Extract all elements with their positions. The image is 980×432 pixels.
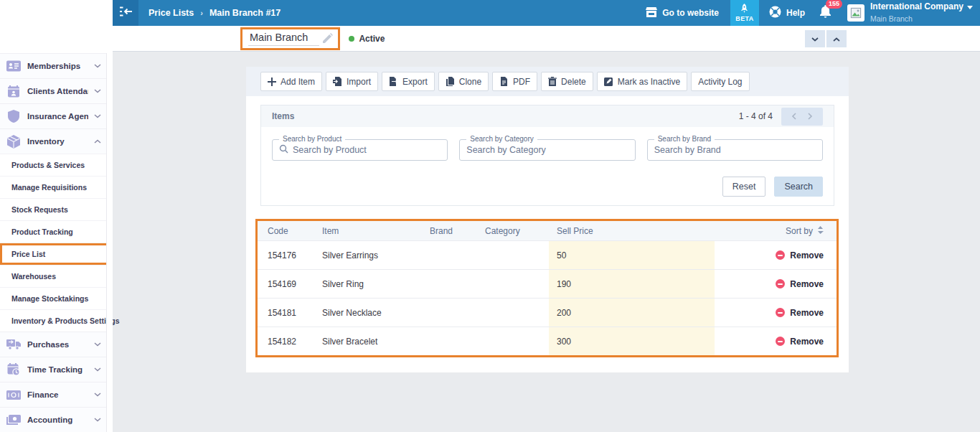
- sidebar-subitem-price-list[interactable]: Price List: [0, 243, 113, 265]
- sidebar-subitem-stock-requests[interactable]: Stock Requests: [0, 198, 113, 220]
- help-button[interactable]: Help: [769, 6, 805, 20]
- sidebar-subitem-product-tracking[interactable]: Product Tracking: [0, 220, 113, 243]
- breadcrumb-section[interactable]: Price Lists: [149, 8, 194, 18]
- search-button[interactable]: Search: [774, 177, 823, 197]
- sidebar-item-label: Purchases: [27, 340, 88, 349]
- breadcrumb-separator: ›: [200, 9, 203, 17]
- sidebar-subitem-products-services[interactable]: Products & Services: [0, 154, 113, 176]
- page-title-field[interactable]: Main Branch: [248, 32, 319, 46]
- column-header-item[interactable]: Item: [322, 226, 430, 236]
- search-by-category-input[interactable]: [466, 145, 628, 155]
- toolbar-button-pdf[interactable]: PDF: [492, 72, 537, 91]
- sidebar-logo-area: [0, 0, 113, 53]
- toolbar-button-mark-as-inactive[interactable]: Mark as Inactive: [597, 72, 687, 91]
- sort-arrows-icon: [817, 226, 824, 236]
- chevron-down-icon: [94, 64, 101, 68]
- company-logo: [847, 4, 864, 22]
- notifications-button[interactable]: 155: [819, 5, 831, 21]
- toolbar-button-label: Activity Log: [698, 77, 742, 87]
- sidebar-item-insurance-agents[interactable]: Insurance Agents: [0, 103, 113, 128]
- page-header: Main Branch Active: [113, 26, 980, 52]
- cell-code: 154169: [258, 270, 322, 298]
- go-to-website-button[interactable]: Go to website: [646, 7, 719, 19]
- remove-button[interactable]: Remove: [776, 279, 824, 289]
- minus-circle-icon: [776, 337, 785, 346]
- sidebar-item-time-tracking[interactable]: Time Tracking: [0, 357, 113, 382]
- sidebar-item-accounting[interactable]: Accounting: [0, 407, 113, 432]
- toolbar-button-import[interactable]: Import: [326, 72, 378, 91]
- column-header-category[interactable]: Category: [485, 226, 549, 236]
- chevron-down-icon: [94, 114, 101, 118]
- topbar: Price Lists › Main Branch #17 Go to webs…: [113, 0, 980, 26]
- insurance-agents-icon: [6, 110, 22, 123]
- sidebar-item-clients-attendance[interactable]: Clients Attendance: [0, 78, 113, 103]
- cell-brand: [430, 299, 485, 327]
- toolbar-button-delete[interactable]: Delete: [541, 72, 593, 91]
- table-header-row: Code Item Brand Category Sell Price Sort…: [258, 221, 837, 240]
- sidebar-item-label: Memberships: [27, 62, 88, 70]
- toolbar-button-activity-log[interactable]: Activity Log: [691, 72, 749, 91]
- sidebar-subitem-label: Stock Requests: [11, 205, 68, 214]
- sort-by-label: Sort by: [786, 226, 813, 236]
- sidebar-item-finance[interactable]: Finance: [0, 382, 113, 407]
- sidebar-subitem-manage-requisitions[interactable]: Manage Requisitions: [0, 176, 113, 198]
- table-row: 154181 Silver Necklace 200 Remove: [258, 298, 837, 327]
- items-table-annotation-box: Code Item Brand Category Sell Price Sort…: [255, 219, 839, 357]
- sidebar-subitem-label: Inventory & Products Settings: [11, 316, 120, 325]
- items-panel: Items 1 - 4 of 4 Search by Product: [260, 105, 834, 206]
- collapse-sidebar-button[interactable]: [113, 0, 138, 26]
- search-icon: [279, 144, 288, 156]
- company-menu[interactable]: International Company Main Branch: [847, 1, 973, 24]
- toolbar-button-clone[interactable]: Clone: [438, 72, 489, 91]
- sidebar-subitem-inventory-products-settings[interactable]: Inventory & Products Settings: [0, 309, 113, 332]
- reset-button[interactable]: Reset: [722, 177, 766, 197]
- expand-section-button[interactable]: [826, 30, 847, 47]
- sidebar-scrollbar[interactable]: [106, 53, 113, 432]
- remove-button[interactable]: Remove: [776, 250, 824, 260]
- cell-sell-price[interactable]: 200: [549, 299, 715, 327]
- cell-sell-price[interactable]: 300: [549, 327, 715, 355]
- collapse-sidebar-icon: [119, 6, 133, 19]
- search-area: Search by Product Search by Category Sea…: [261, 127, 834, 205]
- items-panel-title: Items: [272, 111, 294, 121]
- sidebar-subitem-warehouses[interactable]: Warehouses: [0, 265, 113, 287]
- sidebar-subitem-manage-stocktakings[interactable]: Manage Stocktakings: [0, 287, 113, 309]
- pagination-prev-button[interactable]: [790, 110, 798, 123]
- breadcrumb-page: Main Branch #17: [209, 8, 281, 18]
- help-label: Help: [786, 8, 805, 18]
- time-tracking-icon: [6, 363, 22, 376]
- sidebar-item-inventory[interactable]: Inventory: [0, 128, 113, 154]
- status-label: Active: [359, 34, 385, 44]
- cell-sell-price[interactable]: 50: [549, 241, 715, 269]
- column-header-sell-price[interactable]: Sell Price: [549, 226, 715, 236]
- accounting-icon: [6, 415, 22, 425]
- remove-label: Remove: [790, 337, 824, 347]
- column-header-code[interactable]: Code: [258, 226, 322, 236]
- pagination-controls: [781, 108, 823, 126]
- sidebar-subitem-label: Manage Stocktakings: [11, 294, 88, 303]
- toolbar-button-export[interactable]: Export: [382, 72, 435, 91]
- cell-item: Silver Bracelet: [322, 327, 430, 355]
- search-by-category-label: Search by Category: [466, 135, 537, 143]
- search-by-product-input[interactable]: [293, 145, 440, 155]
- sort-by-control[interactable]: Sort by: [786, 226, 824, 236]
- sidebar-item-purchases[interactable]: Purchases: [0, 332, 113, 357]
- finance-icon: [6, 390, 22, 400]
- beta-button[interactable]: BETA: [730, 0, 759, 26]
- edit-pencil-icon[interactable]: [322, 33, 333, 44]
- chevron-down-icon: [94, 367, 101, 372]
- remove-button[interactable]: Remove: [776, 337, 824, 347]
- search-by-category-field: Search by Category: [459, 139, 635, 161]
- toolbar-button-add-item[interactable]: Add Item: [260, 72, 322, 91]
- search-by-product-field: Search by Product: [272, 139, 448, 161]
- column-header-brand[interactable]: Brand: [430, 226, 485, 236]
- search-by-brand-input[interactable]: [654, 145, 816, 155]
- remove-button[interactable]: Remove: [776, 308, 824, 318]
- collapse-section-button[interactable]: [805, 30, 825, 47]
- sidebar-item-memberships[interactable]: Memberships: [0, 53, 113, 78]
- clone-icon: [446, 77, 455, 86]
- pagination-next-button[interactable]: [806, 110, 814, 123]
- sidebar-subitem-label: Warehouses: [11, 272, 56, 281]
- cell-sell-price[interactable]: 190: [549, 270, 715, 298]
- chevron-down-icon: [94, 342, 101, 347]
